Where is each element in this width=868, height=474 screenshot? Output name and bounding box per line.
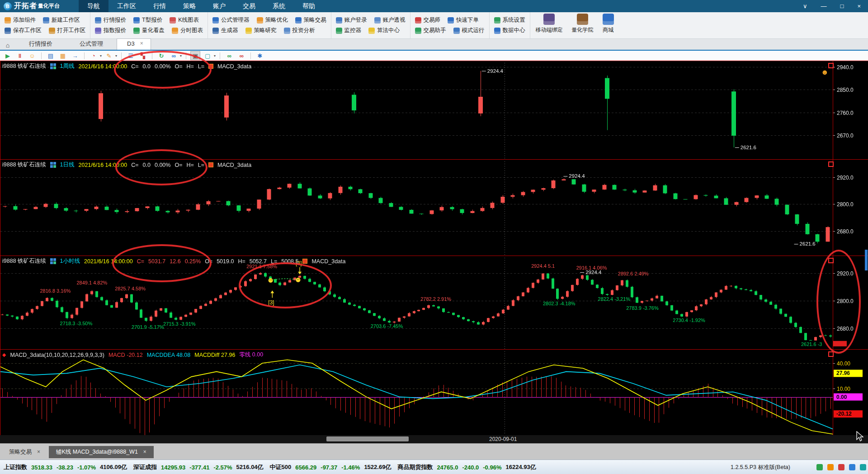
chart-settings-icon[interactable]: ✱ bbox=[255, 51, 265, 60]
restore-button[interactable]: □ bbox=[840, 3, 844, 9]
panel-maximize-icon[interactable] bbox=[828, 161, 834, 167]
ribbon-button-algo-center[interactable]: 算法中心 bbox=[368, 27, 400, 34]
period-grid-icon[interactable] bbox=[50, 258, 56, 264]
doc-tab-公式管理[interactable]: 公式管理 bbox=[66, 38, 117, 50]
vertical-scrollbar-thumb[interactable] bbox=[865, 250, 868, 270]
expand-button[interactable]: ∨ bbox=[803, 3, 807, 9]
panel-header-indicator: ◆MACD_3data(10,10,20,12,26,9,9,3,3)MACD … bbox=[2, 351, 263, 359]
menu-系统[interactable]: 系统 bbox=[264, 0, 294, 12]
ribbon-button-data-center[interactable]: 数据中心 bbox=[494, 27, 525, 34]
close-icon[interactable]: × bbox=[37, 449, 40, 455]
block-palette-icon[interactable]: ▚ bbox=[138, 51, 148, 60]
replay-pause-icon[interactable]: ‖ bbox=[15, 51, 25, 60]
app-title: 开拓者 bbox=[14, 1, 37, 11]
sync-red-icon[interactable]: ∞ bbox=[236, 51, 246, 60]
ribbon-button-t-quote[interactable]: T型报价 bbox=[133, 16, 162, 24]
ribbon-button-strategy-trade[interactable]: 策略交易 bbox=[295, 16, 326, 24]
split-screen-icon[interactable]: ▣ bbox=[190, 51, 200, 60]
ribbon-button-formula-manager[interactable]: 公式管理器 bbox=[212, 16, 250, 24]
link-charts-dropdown-icon[interactable]: ▾ bbox=[180, 54, 182, 58]
close-button[interactable]: × bbox=[857, 3, 861, 9]
chart-panel-weekly[interactable] bbox=[0, 61, 868, 159]
ribbon-button-label: 模式运行 bbox=[462, 27, 485, 34]
ribbon-button-workspace-open[interactable]: 打开工作区 bbox=[49, 27, 86, 34]
chart-panel-hourly[interactable] bbox=[0, 256, 868, 349]
goto-session-icon[interactable]: → bbox=[70, 51, 80, 60]
menu-行情[interactable]: 行情 bbox=[145, 0, 175, 12]
menu-工作区[interactable]: 工作区 bbox=[108, 0, 145, 12]
home-icon[interactable]: ⌂ bbox=[0, 42, 15, 50]
chat-bubble-icon[interactable] bbox=[849, 464, 855, 470]
report-icon[interactable]: ▤ bbox=[46, 51, 56, 60]
panel-maximize-icon[interactable] bbox=[828, 258, 834, 263]
refresh-icon[interactable]: ↻ bbox=[156, 51, 166, 60]
mobile-contact-icon[interactable] bbox=[860, 464, 866, 470]
menu-交易[interactable]: 交易 bbox=[234, 0, 264, 12]
ribbon-button-strategy-optimize[interactable]: 策略优化 bbox=[257, 16, 288, 24]
draw-tools-dropdown-icon[interactable]: ▾ bbox=[115, 54, 117, 58]
ribbon-button-workspace-new[interactable]: 新建工作区 bbox=[43, 16, 80, 24]
ribbon-button-strategy-research[interactable]: 策略研究 bbox=[245, 27, 277, 34]
header-text: MACDDiff 27.96 bbox=[194, 352, 235, 358]
scrollbar-thumb[interactable] bbox=[326, 436, 409, 441]
bottom-tab-active[interactable]: 辅K线 MACD_3data@i9888_W1× bbox=[49, 446, 154, 458]
ribbon-button-mobile-bind[interactable]: 移动端绑定 bbox=[536, 14, 563, 34]
doc-tab-D3[interactable]: D3× bbox=[117, 38, 151, 50]
menu-账户[interactable]: 账户 bbox=[204, 0, 234, 12]
ribbon-button-monitor[interactable]: 监控器 bbox=[336, 27, 362, 34]
alert-person-icon[interactable] bbox=[827, 464, 834, 470]
chart-panel-indicator[interactable] bbox=[0, 349, 868, 435]
emoticon-icon[interactable]: ☺ bbox=[27, 51, 37, 60]
panel-maximize-icon[interactable] bbox=[828, 351, 834, 357]
minimize-button[interactable]: — bbox=[821, 3, 827, 9]
link-charts-icon[interactable]: ∞ bbox=[169, 51, 179, 60]
header-text: H= bbox=[186, 63, 193, 70]
ribbon-button-quant-watch[interactable]: 量化看盘 bbox=[133, 27, 165, 34]
ribbon-button-quick-order[interactable]: 快速下单 bbox=[448, 16, 479, 24]
panel-maximize-icon[interactable] bbox=[828, 63, 834, 68]
ribbon-button-quote-board[interactable]: 行情报价 bbox=[95, 16, 126, 24]
chart-panel-daily[interactable] bbox=[0, 159, 868, 256]
quote-board-icon bbox=[95, 17, 101, 24]
bottom-tab-label: 策略交易 bbox=[9, 448, 32, 456]
index-value: 3518.33 bbox=[31, 464, 52, 471]
ribbon-button-system-settings[interactable]: 系统设置 bbox=[494, 16, 525, 24]
ribbon-button-account-login[interactable]: 账户登录 bbox=[336, 16, 367, 24]
person-offline-icon[interactable] bbox=[838, 464, 844, 470]
ribbon-button-intraday-chart[interactable]: 分时图表 bbox=[172, 27, 203, 34]
index-quote-icon bbox=[95, 28, 101, 34]
ribbon-button-trade-assistant[interactable]: 交易助手 bbox=[415, 27, 446, 34]
ribbon-button-mode-run[interactable]: 模式运行 bbox=[453, 27, 485, 34]
ribbon-button-workspace-save[interactable]: 保存工作区 bbox=[5, 27, 42, 34]
trader-icon bbox=[415, 17, 421, 24]
ribbon-button-index-quote[interactable]: 指数报价 bbox=[95, 27, 126, 34]
task-list-icon[interactable] bbox=[816, 464, 823, 470]
index-name: 深证成指 bbox=[133, 463, 157, 471]
ribbon-button-account-perspective[interactable]: 账户透视 bbox=[374, 16, 406, 24]
time-cycle-icon[interactable]: ◔ bbox=[89, 51, 99, 60]
bottom-tab-inactive[interactable]: 策略交易× bbox=[2, 446, 47, 458]
ribbon-button-mall[interactable]: 商城 bbox=[603, 14, 614, 34]
period-grid-icon[interactable] bbox=[50, 162, 56, 168]
ribbon-button-component-add[interactable]: 添加组件 bbox=[5, 16, 36, 24]
period-grid-icon[interactable] bbox=[50, 63, 56, 69]
close-icon[interactable]: × bbox=[143, 449, 146, 455]
sync-green-icon[interactable]: ∞ bbox=[224, 51, 234, 60]
time-cycle-dropdown-icon[interactable]: ▾ bbox=[100, 54, 102, 58]
ribbon-button-quant-academy[interactable]: 量化学院 bbox=[572, 14, 594, 34]
draw-tools-icon[interactable]: ✎ bbox=[104, 51, 114, 60]
ribbon-button-investment-analysis[interactable]: 投资分析 bbox=[284, 27, 315, 34]
order-flash-icon[interactable]: ☰ bbox=[126, 51, 136, 60]
ribbon-button-kline-chart[interactable]: K线图表 bbox=[170, 16, 199, 24]
spread-board-icon[interactable]: ▦ bbox=[58, 51, 68, 60]
ribbon-button-generator[interactable]: 生成器 bbox=[212, 27, 238, 34]
ribbon-button-trader[interactable]: 交易师 bbox=[415, 16, 441, 24]
menu-帮助[interactable]: 帮助 bbox=[294, 0, 324, 12]
menu-导航[interactable]: 导航 bbox=[79, 0, 108, 12]
replay-play-icon[interactable]: ▶ bbox=[3, 51, 13, 60]
menu-策略[interactable]: 策略 bbox=[175, 0, 204, 12]
monitor-view-icon[interactable]: ▢ bbox=[203, 51, 212, 60]
doc-tab-行情报价[interactable]: 行情报价 bbox=[15, 38, 66, 50]
close-icon[interactable]: × bbox=[140, 40, 143, 48]
monitor-view-dropdown-icon[interactable]: ▾ bbox=[214, 54, 216, 58]
